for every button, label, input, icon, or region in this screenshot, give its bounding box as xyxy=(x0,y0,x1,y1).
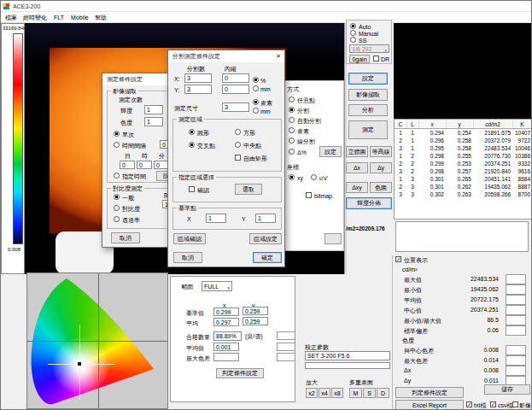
analyze-button[interactable]: 分析 xyxy=(348,104,388,116)
circle-label[interactable]: 圓形 xyxy=(197,130,209,137)
contour-button[interactable]: 等高線 xyxy=(370,146,392,157)
measure-button[interactable]: 測定 xyxy=(348,120,388,139)
position-display-checkbox[interactable] xyxy=(395,256,401,262)
method-option-deltapct[interactable]: Δ% xyxy=(297,149,307,156)
coord-xy-label[interactable]: xy xyxy=(297,175,303,182)
size-pixel-radio[interactable] xyxy=(253,99,259,105)
method-option-split[interactable]: 分割 xyxy=(297,108,309,114)
col-header-cdm2[interactable]: cd/m2 xyxy=(473,120,512,129)
general-radio[interactable] xyxy=(114,194,120,200)
result-list-box[interactable] xyxy=(395,221,529,252)
specified-time-label[interactable]: 指定時間 xyxy=(122,173,146,180)
split-dialog-cancel-button[interactable]: 取消 xyxy=(173,252,202,263)
inset-pct-label[interactable]: % xyxy=(260,78,266,85)
col-header-y[interactable]: y xyxy=(446,120,473,129)
luminance-distribution-button[interactable]: 輝度分佈 xyxy=(346,197,392,209)
confirm-checkbox[interactable] xyxy=(189,186,195,192)
image-file-label[interactable]: 影像檔 xyxy=(519,402,532,409)
confirm-label[interactable]: 確認 xyxy=(197,187,209,194)
method-small-button[interactable] xyxy=(324,233,342,244)
range-select[interactable]: FULL ▾ xyxy=(202,281,232,291)
method-radio-split[interactable] xyxy=(289,107,295,113)
method-set-button[interactable]: 設定 xyxy=(319,146,342,157)
mean-field[interactable]: 0.001 xyxy=(213,343,239,351)
set-button[interactable]: 設定 xyxy=(348,73,388,85)
day-field[interactable]: 0 xyxy=(120,161,135,169)
close-icon[interactable]: ✕ xyxy=(276,53,281,60)
col-header-k[interactable]: K xyxy=(512,120,532,129)
general-label[interactable]: 一般 xyxy=(122,195,134,202)
delta-x-button[interactable]: Δx xyxy=(346,162,368,173)
menu-file[interactable]: 檔案 xyxy=(5,15,17,21)
y-inset-field[interactable]: 0 xyxy=(222,85,249,94)
interval-label[interactable]: 時間間隔 xyxy=(122,143,146,149)
exposure-radio-manual[interactable] xyxy=(350,30,356,36)
menu-mobile[interactable]: Mobile xyxy=(71,15,89,21)
menu-flt[interactable]: FLT xyxy=(54,15,64,21)
ref-y-field[interactable]: 0.259 xyxy=(243,307,268,315)
base-x-field[interactable]: 1 xyxy=(206,214,226,223)
dr-checkbox[interactable] xyxy=(373,56,379,62)
size-mm-label[interactable]: mm xyxy=(260,108,271,115)
delta-y-button[interactable]: Δy xyxy=(370,162,392,173)
judge-condition-button[interactable]: 判定條件設定 xyxy=(395,387,464,398)
contrast-option-label[interactable]: 對比度 xyxy=(122,206,140,213)
method-radio-any[interactable] xyxy=(289,97,295,102)
single-label[interactable]: 單次 xyxy=(122,132,134,138)
free-rect-checkbox[interactable] xyxy=(235,155,241,161)
free-rect-label[interactable]: 自由矩形 xyxy=(243,155,267,162)
multi-d-button[interactable]: D xyxy=(377,388,389,398)
cross-radio[interactable] xyxy=(189,142,195,148)
method-option-autosplit[interactable]: 自動分割 xyxy=(297,118,321,125)
bitmap-checkbox[interactable] xyxy=(306,192,312,198)
method-radio-autosplit[interactable] xyxy=(289,117,295,123)
maxdiff-field[interactable] xyxy=(213,353,239,361)
table-row[interactable]: 110.2940.25421891.67510407 xyxy=(395,129,532,138)
zoom-x8-button[interactable]: x8 xyxy=(331,388,343,398)
measure-dialog-cancel-button[interactable]: 取消 xyxy=(111,232,140,243)
shutter-select[interactable]: 1/8 292 ▾ xyxy=(349,44,389,53)
table-row[interactable]: 220.2990.25320374.2519332 xyxy=(395,160,532,167)
avg-y-field[interactable]: 0.259 xyxy=(243,317,268,325)
delta-xy-button[interactable]: Δxy xyxy=(346,182,368,193)
base-y-field[interactable]: 1 xyxy=(255,214,276,223)
split-dialog-ok-button[interactable]: 確定 xyxy=(253,252,282,263)
position-display-label[interactable]: 位置表示 xyxy=(404,257,428,264)
multi-s-button[interactable]: S xyxy=(363,388,376,398)
method-radio-linesplit[interactable] xyxy=(289,138,295,144)
menu-trend[interactable]: 經時變化 xyxy=(23,15,47,21)
csv-file-label[interactable]: csv檔 xyxy=(498,402,513,409)
col-header-c[interactable]: C xyxy=(395,120,406,129)
x-div-field[interactable]: 3 xyxy=(184,73,212,83)
pass-count-field[interactable]: 88.89% xyxy=(213,331,242,341)
size-pixel-label[interactable]: 畫素 xyxy=(260,100,272,107)
exposure-ss-label[interactable]: SS xyxy=(359,38,366,44)
table-row[interactable]: 130.3010.26520451.1418684 xyxy=(395,175,532,183)
table-row[interactable]: 120.2980.25520776.73010386 xyxy=(395,152,532,160)
rect-radio[interactable] xyxy=(235,129,241,135)
rect-label[interactable]: 方形 xyxy=(243,130,255,137)
coord-radio-xy[interactable] xyxy=(289,174,295,180)
solid-graph-button[interactable]: 立體圖 xyxy=(346,146,368,157)
coord-uv-label[interactable]: u'v' xyxy=(319,175,328,182)
calibration-empty-field[interactable] xyxy=(305,362,390,369)
table-row[interactable]: 320.2980.25721920.8409616 xyxy=(395,167,532,175)
gain-button[interactable]: 0gain xyxy=(349,55,370,63)
calibration-value-field[interactable]: SET 3-200 F5.6 xyxy=(305,351,390,360)
split-dialog-titlebar[interactable]: 分割測定條件設定 xyxy=(168,50,284,62)
zoom-x4-button[interactable]: x4 xyxy=(319,388,330,398)
center-radio[interactable] xyxy=(235,142,241,148)
method-option-linesplit[interactable]: 線分割 xyxy=(297,138,315,145)
table-row[interactable]: 210.2960.25820372.0799722 xyxy=(395,137,532,144)
lum-count-field[interactable]: 1 xyxy=(144,105,163,114)
method-radio-deltapct[interactable] xyxy=(289,149,295,155)
y-div-field[interactable]: 3 xyxy=(184,85,212,94)
transmittance-label[interactable]: 透過率 xyxy=(122,217,140,224)
area-confirm-button[interactable]: 區域確認 xyxy=(173,233,206,244)
table-row[interactable]: 230.3010.26219435.0628887 xyxy=(395,183,532,190)
inset-pct-radio[interactable] xyxy=(253,77,259,83)
inset-mm-radio[interactable] xyxy=(253,85,259,91)
capture-button[interactable]: 影像擷取 xyxy=(348,89,388,101)
zoom-x2-button[interactable]: x2 xyxy=(306,388,318,398)
specified-time-radio[interactable] xyxy=(114,173,120,179)
